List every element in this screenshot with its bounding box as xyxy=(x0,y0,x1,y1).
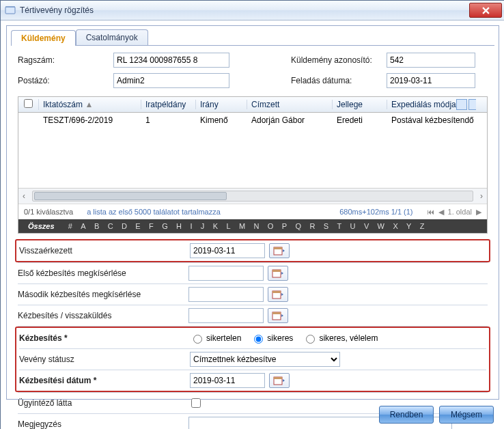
return-form: Visszaérkezett Első kézbesítés megkísérl… xyxy=(18,239,488,429)
table-header: Iktatószám ▲ Iratpéldány Irány Címzett J… xyxy=(18,97,487,113)
dialog-window: Tértivevény rögzítés Küldemény Csatolmán… xyxy=(0,0,504,429)
table-columns-icon[interactable] xyxy=(468,99,476,110)
svg-rect-6 xyxy=(272,291,281,293)
datepicker-icon[interactable] xyxy=(269,373,290,388)
input-azonosito[interactable] xyxy=(387,53,475,68)
label-kdatum: Kézbesítési dátum * xyxy=(19,376,190,385)
alpha-letter[interactable]: W xyxy=(373,222,389,230)
radio-group-kezbesites: sikertelen sikeres sikeres, vélelem xyxy=(190,333,486,344)
pager: ⏮ ◀ 1. oldal ▶ xyxy=(427,208,481,217)
tab-content: Ragszám: Küldemény azonosító: Postázó: F… xyxy=(7,46,499,429)
input-masodik[interactable] xyxy=(188,287,264,302)
table-body: TESZT/696-2/2019 1 Kimenő Adorján Gábor … xyxy=(18,113,487,188)
scroll-right-icon[interactable]: › xyxy=(476,191,487,202)
tab-csatolmanyok[interactable]: Csatolmányok xyxy=(76,29,148,45)
col-exped[interactable]: Expediálás módja xyxy=(387,99,476,110)
label-veveny: Vevény státusz xyxy=(19,355,190,364)
datepicker-icon[interactable] xyxy=(268,266,288,281)
input-visszaerkezett[interactable] xyxy=(190,243,265,258)
alpha-letter[interactable]: M xyxy=(235,222,250,230)
alpha-letter[interactable]: U xyxy=(346,222,359,230)
pager-prev-icon[interactable]: ◀ xyxy=(438,208,444,217)
cancel-button[interactable]: Mégsem xyxy=(439,406,494,424)
radio-sikeres[interactable] xyxy=(254,335,263,344)
label-elso: Első kézbesítés megkísérlése xyxy=(18,268,188,278)
svg-rect-8 xyxy=(272,312,281,314)
alpha-letter[interactable]: Q xyxy=(291,222,305,230)
alpha-letter[interactable]: X xyxy=(389,222,402,230)
select-all-checkbox[interactable] xyxy=(24,99,33,108)
datepicker-icon[interactable] xyxy=(269,243,290,258)
label-visszaerkezett: Visszaérkezett xyxy=(19,246,190,255)
svg-rect-4 xyxy=(272,270,281,272)
alpha-letter[interactable]: F xyxy=(145,222,158,230)
alpha-letter[interactable]: O xyxy=(264,222,278,230)
alpha-letter[interactable]: G xyxy=(158,222,172,230)
horizontal-scrollbar[interactable]: ‹ › xyxy=(18,188,487,204)
header-form: Ragszám: Küldemény azonosító: Postázó: F… xyxy=(18,53,488,88)
table-row[interactable]: TESZT/696-2/2019 1 Kimenő Adorján Gábor … xyxy=(18,113,487,128)
select-veveny-status[interactable]: Címzettnek kézbesítve xyxy=(190,352,340,367)
alpha-letter[interactable]: V xyxy=(360,222,374,230)
col-irany[interactable]: Irány xyxy=(196,100,247,109)
alpha-letter[interactable]: B xyxy=(90,222,104,230)
input-elso[interactable] xyxy=(188,266,264,281)
alpha-letter[interactable]: R xyxy=(305,222,319,230)
radio-sikertelen[interactable] xyxy=(193,335,202,344)
col-iratpeldany[interactable]: Iratpéldány xyxy=(141,100,196,109)
table-statusbar: 0/1 kiválasztva a lista az első 5000 tal… xyxy=(18,204,487,219)
input-feladas[interactable] xyxy=(387,73,475,88)
dialog-footer: Rendben Mégsem xyxy=(6,404,499,426)
radio-velelem[interactable] xyxy=(306,335,315,344)
alpha-letter[interactable]: I xyxy=(186,222,196,230)
alpha-letter[interactable]: H xyxy=(172,222,186,230)
col-jellege[interactable]: Jellege xyxy=(333,100,387,109)
input-visszakuldes[interactable] xyxy=(188,308,264,323)
pager-first-icon[interactable]: ⏮ xyxy=(427,208,434,216)
alpha-letter[interactable]: E xyxy=(131,222,145,230)
col-iktatoszam[interactable]: Iktatószám ▲ xyxy=(39,100,141,109)
ok-button[interactable]: Rendben xyxy=(379,406,434,424)
alpha-letter[interactable]: D xyxy=(117,222,131,230)
pager-next-icon[interactable]: ▶ xyxy=(476,208,481,217)
svg-rect-0 xyxy=(5,7,15,14)
alpha-letter[interactable]: K xyxy=(209,222,223,230)
col-cimzett[interactable]: Címzett xyxy=(247,100,333,109)
selection-count: 0/1 kiválasztva xyxy=(24,208,73,216)
alpha-letter[interactable]: L xyxy=(222,222,235,230)
alpha-letter[interactable]: S xyxy=(320,222,333,230)
titlebar: Tértivevény rögzítés xyxy=(1,1,504,20)
label-ragszam: Ragszám: xyxy=(18,55,113,65)
timing-info: 680ms+102ms 1/1 (1) xyxy=(339,208,412,216)
window-title: Tértivevény rögzítés xyxy=(20,5,469,15)
scroll-left-icon[interactable]: ‹ xyxy=(18,191,29,202)
alpha-letter[interactable]: A xyxy=(76,222,90,230)
table-config-icon[interactable] xyxy=(456,99,467,110)
data-table: Iktatószám ▲ Iratpéldány Irány Címzett J… xyxy=(18,96,488,234)
dialog-body: Küldemény Csatolmányok Ragszám: Küldemén… xyxy=(6,25,499,400)
label-visszakuldes: Kézbesítés / visszaküldés xyxy=(18,311,188,320)
tab-kuldemeny[interactable]: Küldemény xyxy=(11,30,76,46)
datepicker-icon[interactable] xyxy=(268,308,288,323)
alpha-letter[interactable]: Z xyxy=(416,222,429,230)
close-button[interactable] xyxy=(469,3,502,18)
alpha-letter[interactable]: J xyxy=(197,222,209,230)
input-ragszam[interactable] xyxy=(113,53,229,68)
highlight-visszaerkezett: Visszaérkezett xyxy=(15,239,490,262)
alpha-all[interactable]: Összes xyxy=(18,222,64,230)
alpha-letter[interactable]: P xyxy=(278,222,292,230)
alpha-letter[interactable]: Y xyxy=(402,222,416,230)
alpha-letter[interactable]: N xyxy=(249,222,263,230)
svg-rect-10 xyxy=(274,377,282,379)
label-masodik: Második kézbesítés megkísérlése xyxy=(18,290,188,299)
datepicker-icon[interactable] xyxy=(268,287,288,302)
label-feladas: Feladás dátuma: xyxy=(291,76,387,85)
alpha-letter[interactable]: C xyxy=(103,222,117,230)
input-kdatum[interactable] xyxy=(190,373,265,388)
limit-note: a lista az első 5000 találatot tartalmaz… xyxy=(87,208,326,216)
highlight-kezbesites: Kézbesítés * sikertelen sikeres sikeres,… xyxy=(15,327,490,392)
tabstrip: Küldemény Csatolmányok xyxy=(7,26,499,45)
alpha-letter[interactable]: T xyxy=(333,222,346,230)
input-postazo[interactable] xyxy=(113,73,229,88)
alpha-letter[interactable]: # xyxy=(64,222,77,230)
